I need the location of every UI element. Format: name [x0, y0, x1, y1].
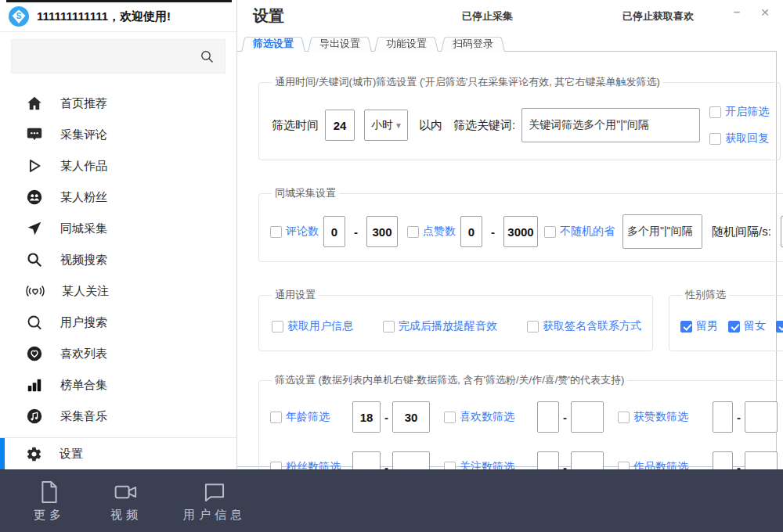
comment-icon — [26, 126, 43, 143]
sidebar-item-user-follows[interactable]: 某人关注 — [0, 275, 236, 307]
like-count-min-input[interactable] — [537, 401, 559, 433]
sidebar-item-collect-comments[interactable]: 采集评论 — [0, 119, 236, 150]
sidebar-item-user-fans[interactable]: 某人粉丝 — [0, 182, 236, 213]
page-title: 设置 — [253, 5, 284, 27]
comment-min-input[interactable] — [323, 216, 345, 247]
app-window: S 111111111111，欢迎使用! 首页推荐 — [0, 0, 783, 532]
chevron-down-icon: ▼ — [395, 121, 402, 130]
like-count-max-input[interactable] — [571, 401, 604, 433]
keep-other-checkbox[interactable]: 其它 — [776, 319, 783, 333]
checkbox-unchecked — [407, 226, 419, 238]
range-dash: - — [354, 225, 358, 239]
like-count-filter-checkbox[interactable]: 喜欢数筛选 — [444, 410, 525, 424]
age-min-input[interactable] — [352, 401, 381, 433]
keep-female-checkbox[interactable]: 留女 — [728, 319, 766, 333]
praise-count-filter-group: 获赞数筛选 - — [618, 401, 778, 433]
search-icon — [26, 251, 43, 268]
checkbox-unchecked — [618, 412, 630, 423]
sidebar-item-home[interactable]: 首页推荐 — [0, 88, 236, 119]
sidebar-search-input[interactable] — [11, 39, 226, 74]
checkbox-unchecked — [272, 321, 283, 332]
section-legend: 通用设置 — [272, 288, 319, 302]
tab-panel-filter-settings: 通用时间/关键词(城市)筛选设置 ('开启筛选'只在采集评论有效, 其它右键菜单… — [237, 51, 777, 467]
tab-function-settings[interactable]: 功能设置 — [374, 35, 438, 52]
sidebar-item-collect-music[interactable]: 采集音乐 — [0, 401, 236, 432]
city-collect-section: 同城采集设置 评论数 - 点赞数 - — [258, 186, 783, 262]
sidebar-item-user-search[interactable]: 用户搜索 — [0, 307, 236, 338]
random-interval-label: 随机间隔/s: — [712, 225, 771, 239]
file-icon — [38, 480, 61, 505]
tab-filter-settings[interactable]: 筛选设置 — [241, 35, 305, 52]
play-sound-checkbox[interactable]: 完成后播放提醒音效 — [383, 319, 497, 333]
settings-row: 通用设置 获取用户信息 完成后播放提醒音效 获取签名含联系方式 — [258, 288, 776, 351]
checkbox-checked — [776, 321, 783, 332]
toolbar-item-user-info[interactable]: 用户信息 — [183, 480, 246, 523]
comment-count-checkbox[interactable]: 评论数 — [270, 225, 319, 239]
sidebar-item-city-collect[interactable]: 同城采集 — [0, 213, 236, 244]
checkbox-unchecked — [383, 321, 395, 332]
gender-filter-section: 性别筛选 留男 留女 其它 — [669, 288, 783, 351]
sidebar-item-ranking[interactable]: 榜单合集 — [0, 369, 236, 401]
sidebar-item-video-search[interactable]: 视频搜索 — [0, 244, 236, 275]
svg-text:S: S — [16, 12, 22, 20]
get-user-info-checkbox[interactable]: 获取用户信息 — [272, 319, 353, 333]
non-random-province-checkbox[interactable]: 不随机的省 — [544, 225, 615, 239]
status-collect: 已停止采集 — [462, 9, 513, 23]
province-list-input[interactable] — [622, 214, 702, 249]
range-dash: - — [737, 411, 741, 424]
sidebar-header: S 111111111111，欢迎使用! — [0, 0, 236, 32]
checkbox-unchecked — [444, 412, 456, 423]
like-count-filter-group: 喜欢数筛选 - — [444, 401, 604, 433]
get-reply-checkbox[interactable]: 获取回复 — [709, 131, 769, 146]
keyword-input[interactable] — [521, 108, 700, 142]
signal-heart-icon — [26, 282, 45, 300]
within-label: 以内 — [419, 118, 442, 133]
age-filter-checkbox[interactable]: 年龄筛选 — [270, 410, 352, 424]
main-header: 设置 已停止采集 已停止获取喜欢 – ✕ — [237, 0, 783, 34]
general-settings-section: 通用设置 获取用户信息 完成后播放提醒音效 获取签名含联系方式 — [258, 288, 653, 351]
praise-count-filter-checkbox[interactable]: 获赞数筛选 — [618, 410, 699, 424]
checkbox-unchecked — [544, 226, 556, 238]
age-max-input[interactable] — [392, 401, 430, 433]
like-min-input[interactable] — [460, 216, 482, 247]
enable-filter-checkbox[interactable]: 开启筛选 — [709, 105, 769, 119]
tab-export-settings[interactable]: 导出设置 — [308, 35, 372, 52]
checkbox-unchecked — [527, 321, 539, 332]
like-max-input[interactable] — [503, 216, 538, 247]
play-icon — [26, 157, 43, 174]
filter-time-input[interactable] — [325, 110, 355, 141]
time-unit-select[interactable]: 小时 ▼ — [364, 110, 408, 141]
comment-max-input[interactable] — [366, 216, 398, 247]
navigation-icon — [26, 220, 43, 237]
section-legend: 筛选设置 (数据列表内单机右键-数据筛选, 含有'筛选粉/关/作/喜/赞'的代表… — [272, 373, 627, 387]
toolbar-item-more[interactable]: 更多 — [30, 480, 69, 523]
settings-tabs: 筛选设置 导出设置 功能设置 扫码登录 — [241, 35, 507, 52]
like-count-checkbox[interactable]: 点赞数 — [407, 225, 456, 239]
signature-contact-checkbox[interactable]: 获取签名含联系方式 — [527, 319, 641, 333]
toolbar-item-video[interactable]: 视频 — [106, 480, 146, 523]
video-icon — [113, 480, 139, 505]
sidebar-item-settings[interactable]: 设置 — [0, 437, 236, 469]
tab-qr-login[interactable]: 扫码登录 — [441, 35, 505, 52]
sidebar-item-like-list[interactable]: 喜欢列表 — [0, 338, 236, 369]
minimize-button[interactable]: – — [727, 5, 746, 22]
checkbox-unchecked — [270, 226, 282, 238]
praise-count-max-input[interactable] — [745, 401, 778, 433]
search-icon[interactable] — [200, 49, 215, 64]
praise-count-min-input[interactable] — [713, 401, 733, 433]
bar-chart-icon — [26, 376, 43, 394]
range-dash: - — [563, 411, 567, 424]
checkbox-unchecked — [709, 133, 721, 145]
checkbox-unchecked — [709, 106, 721, 118]
close-button[interactable]: ✕ — [756, 6, 774, 23]
fans-icon — [26, 189, 43, 206]
sidebar-item-user-works[interactable]: 某人作品 — [0, 150, 236, 182]
general-time-keyword-section: 通用时间/关键词(城市)筛选设置 ('开启筛选'只在采集评论有效, 其它右键菜单… — [258, 75, 781, 160]
checkbox-checked — [680, 321, 692, 332]
welcome-text: 111111111111，欢迎使用! — [37, 9, 171, 24]
keep-male-checkbox[interactable]: 留男 — [680, 319, 718, 333]
sidebar-menu: 首页推荐 采集评论 某人作品 某人粉丝 — [0, 77, 236, 432]
gear-icon — [26, 446, 42, 462]
keyword-label: 筛选关键词: — [453, 118, 515, 133]
checkbox-unchecked — [270, 412, 282, 423]
